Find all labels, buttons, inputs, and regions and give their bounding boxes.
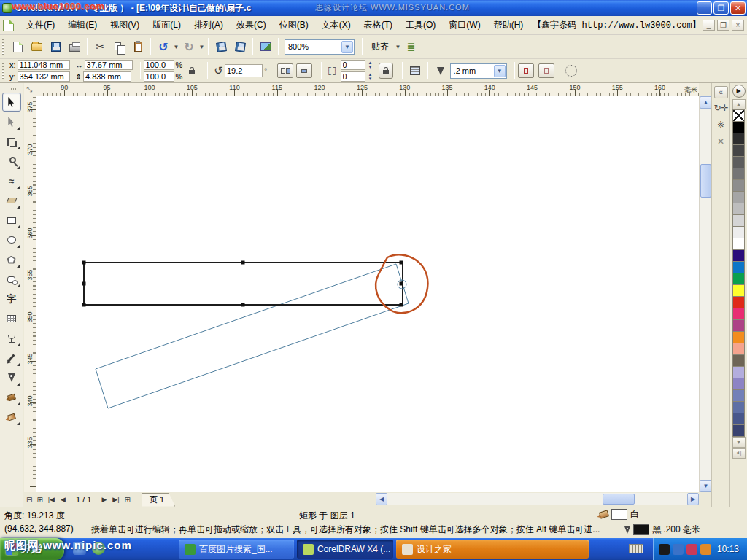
download-tray-icon[interactable] (700, 544, 711, 555)
scroll-down-button[interactable]: ▼ (700, 480, 712, 492)
redo-button[interactable]: ↻ (180, 38, 198, 55)
color-swatch-7[interactable] (732, 191, 745, 203)
zoom-combo-dropdown-icon[interactable]: ▼ (341, 41, 353, 53)
restore-button[interactable]: ❐ (713, 1, 729, 15)
color-swatch-14[interactable] (732, 273, 745, 285)
palette-scroll-up-button[interactable]: ▲ (732, 99, 746, 109)
symmetry-icon[interactable] (565, 65, 577, 77)
basic-shapes-tool[interactable] (2, 270, 21, 289)
color-swatch-2[interactable] (732, 133, 745, 145)
open-button[interactable] (28, 38, 45, 55)
color-swatch-26[interactable] (732, 413, 745, 425)
propbar-grip[interactable] (2, 63, 4, 79)
scroll-right-button[interactable]: ▶ (687, 493, 699, 505)
color-swatch-21[interactable] (732, 354, 745, 367)
transformation-scale-tab[interactable]: ※ (714, 118, 728, 132)
horizontal-scroll-thumb[interactable] (603, 494, 635, 505)
wrap-text-button[interactable] (406, 62, 424, 79)
corner-bottom-spinner[interactable]: ▲▼ (367, 72, 374, 81)
object-height-input[interactable] (83, 71, 131, 82)
object-width-input[interactable] (85, 60, 133, 70)
corner-lock-button[interactable] (379, 63, 393, 79)
to-front-button[interactable] (518, 63, 534, 78)
eyedropper-tool[interactable] (2, 349, 21, 368)
menu-item-9[interactable]: 工具(O) (399, 17, 442, 34)
table-tool[interactable] (2, 309, 21, 328)
menu-item-8[interactable]: 表格(T) (357, 17, 399, 34)
mirror-horizontal-button[interactable] (277, 63, 293, 78)
task-coreldraw[interactable]: CorelDRAW X4 (... (297, 540, 393, 559)
smart-fill-tool[interactable] (2, 191, 21, 210)
crop-tool[interactable] (2, 132, 21, 151)
toolbar-grip[interactable] (2, 39, 4, 55)
color-swatch-8[interactable] (732, 203, 745, 215)
color-swatch-1[interactable] (732, 121, 745, 133)
network-tray-icon[interactable] (673, 544, 684, 555)
scale-lock-button[interactable] (185, 64, 198, 77)
menu-item-3[interactable]: 版面(L) (146, 17, 187, 34)
selection-handle-3[interactable] (82, 282, 86, 286)
new-document-button[interactable] (9, 38, 26, 55)
cut-button[interactable]: ✂ (91, 38, 109, 55)
scroll-left-button[interactable]: ◀ (376, 493, 387, 505)
close-docker-button[interactable]: ✕ (714, 135, 728, 149)
scale-height-input[interactable] (144, 71, 174, 82)
ruler-origin[interactable] (24, 83, 36, 96)
undo-button[interactable]: ↺ (155, 38, 172, 55)
color-swatch-15[interactable] (732, 284, 745, 297)
corner-top-spinner[interactable]: ▲▼ (367, 61, 374, 69)
color-swatch-6[interactable] (732, 179, 745, 192)
doc-restore-button[interactable]: ❐ (717, 20, 729, 31)
y-position-input[interactable] (18, 71, 70, 82)
redo-dropdown[interactable]: ▼ (198, 39, 205, 55)
selection-handle-1[interactable] (241, 261, 245, 265)
first-page-button[interactable]: |◀ (45, 496, 58, 503)
task-shejizhijia[interactable]: 设计之家 (396, 540, 589, 559)
paste-button[interactable] (129, 38, 147, 55)
color-swatch-10[interactable] (732, 226, 745, 238)
menu-item-11[interactable]: 帮助(H) (487, 17, 530, 34)
selection-handle-2[interactable] (400, 261, 403, 265)
copy-button[interactable] (110, 38, 128, 55)
export-button[interactable] (231, 38, 249, 55)
qq-tray-icon[interactable] (659, 544, 670, 555)
outline-width-combo[interactable]: .2 mm ▼ (450, 63, 507, 79)
to-back-button[interactable] (538, 63, 554, 78)
task-baidu-image-search[interactable]: 百度图片搜索_国... (179, 540, 294, 559)
print-button[interactable] (66, 38, 83, 55)
previous-page-button[interactable]: ◀ (58, 496, 69, 503)
color-swatch-16[interactable] (732, 296, 745, 308)
menu-item-0[interactable]: 文件(F) (20, 17, 61, 34)
outline-width-dropdown-icon[interactable]: ▼ (494, 65, 506, 77)
options-button[interactable]: ≣ (402, 38, 419, 55)
doc-minimize-button[interactable]: _ (703, 20, 715, 31)
horizontal-scrollbar[interactable]: ◀ ▶ (376, 493, 699, 505)
color-swatch-20[interactable] (732, 343, 745, 355)
color-swatch-13[interactable] (732, 261, 745, 273)
selection-handle-4[interactable] (400, 282, 403, 286)
import-button[interactable] (212, 38, 230, 55)
snap-button[interactable]: 贴齐 (366, 38, 394, 55)
color-swatch-3[interactable] (732, 144, 745, 157)
next-page-button[interactable]: ▶ (98, 496, 109, 503)
blend-tool[interactable] (2, 329, 21, 348)
color-swatch-9[interactable] (732, 214, 745, 227)
pick-tool[interactable] (2, 93, 21, 112)
vertical-scroll-thumb[interactable] (700, 164, 711, 198)
shape-tool[interactable] (2, 112, 21, 131)
interactive-fill-tool[interactable] (2, 408, 21, 427)
collapse-docker-button[interactable]: « (714, 86, 728, 98)
color-swatch-25[interactable] (732, 401, 745, 413)
ellipse-tool[interactable] (2, 230, 21, 249)
horizontal-ruler[interactable]: 9095100105110115120125130135140145150155… (36, 83, 699, 96)
color-swatch-18[interactable] (732, 319, 745, 332)
color-swatch-22[interactable] (732, 366, 745, 378)
menu-item-6[interactable]: 位图(B) (273, 17, 315, 34)
toolbox-grip[interactable] (7, 88, 17, 90)
fill-tool[interactable] (2, 388, 21, 407)
color-swatch-17[interactable] (732, 308, 745, 320)
add-page-after-button[interactable]: ⊞ (123, 496, 133, 504)
palette-flyout-button[interactable]: ▶ (732, 85, 746, 98)
menu-item-7[interactable]: 文本(X) (315, 17, 357, 34)
mirror-vertical-button[interactable] (296, 63, 312, 78)
